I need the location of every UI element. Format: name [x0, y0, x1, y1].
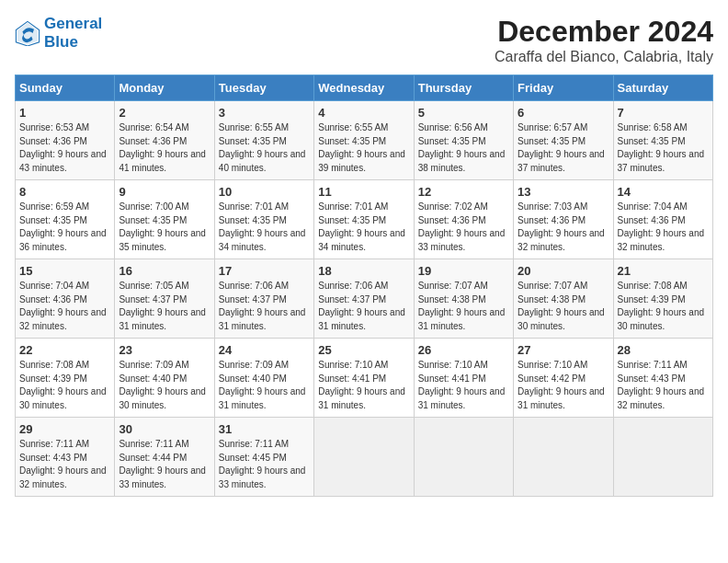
calendar-cell: 13Sunrise: 7:03 AMSunset: 4:36 PMDayligh…	[514, 180, 613, 259]
calendar-subtitle: Caraffa del Bianco, Calabria, Italy	[495, 49, 713, 65]
header: General Blue December 2024 Caraffa del B…	[15, 15, 713, 65]
calendar-cell: 22Sunrise: 7:08 AMSunset: 4:39 PMDayligh…	[16, 339, 115, 418]
day-header-saturday: Saturday	[613, 75, 712, 101]
calendar-cell: 19Sunrise: 7:07 AMSunset: 4:38 PMDayligh…	[414, 259, 513, 339]
calendar-cell	[314, 418, 414, 497]
cell-content: Sunrise: 7:10 AMSunset: 4:41 PMDaylight:…	[418, 359, 509, 412]
cell-content: Sunrise: 7:04 AMSunset: 4:36 PMDaylight:…	[19, 280, 110, 333]
day-header-thursday: Thursday	[414, 75, 513, 101]
calendar-cell: 16Sunrise: 7:05 AMSunset: 4:37 PMDayligh…	[115, 259, 214, 339]
day-number: 4	[318, 106, 409, 120]
cell-content: Sunrise: 6:56 AMSunset: 4:35 PMDaylight:…	[418, 121, 509, 175]
calendar-cell: 24Sunrise: 7:09 AMSunset: 4:40 PMDayligh…	[214, 339, 313, 418]
day-header-tuesday: Tuesday	[214, 75, 313, 101]
cell-content: Sunrise: 6:59 AMSunset: 4:35 PMDaylight:…	[19, 201, 110, 254]
calendar-cell: 25Sunrise: 7:10 AMSunset: 4:41 PMDayligh…	[314, 339, 414, 418]
day-number: 9	[119, 185, 210, 199]
day-header-monday: Monday	[115, 75, 214, 101]
calendar-cell: 23Sunrise: 7:09 AMSunset: 4:40 PMDayligh…	[115, 339, 214, 418]
week-row-3: 15Sunrise: 7:04 AMSunset: 4:36 PMDayligh…	[16, 259, 713, 339]
cell-content: Sunrise: 7:11 AMSunset: 4:45 PMDaylight:…	[219, 438, 310, 491]
calendar-cell: 28Sunrise: 7:11 AMSunset: 4:43 PMDayligh…	[613, 339, 712, 418]
day-number: 26	[418, 343, 509, 357]
day-number: 11	[318, 185, 409, 199]
day-number: 10	[219, 185, 310, 199]
calendar-cell: 10Sunrise: 7:01 AMSunset: 4:35 PMDayligh…	[214, 180, 313, 259]
cell-content: Sunrise: 7:08 AMSunset: 4:39 PMDaylight:…	[618, 280, 709, 333]
day-header-wednesday: Wednesday	[314, 75, 414, 101]
calendar-cell: 21Sunrise: 7:08 AMSunset: 4:39 PMDayligh…	[613, 259, 712, 339]
day-number: 12	[418, 185, 509, 199]
header-row: SundayMondayTuesdayWednesdayThursdayFrid…	[16, 75, 713, 101]
day-number: 2	[119, 106, 210, 120]
cell-content: Sunrise: 7:01 AMSunset: 4:35 PMDaylight:…	[318, 201, 409, 254]
cell-content: Sunrise: 7:02 AMSunset: 4:36 PMDaylight:…	[418, 201, 509, 254]
day-number: 23	[119, 343, 210, 357]
day-number: 16	[119, 264, 210, 278]
cell-content: Sunrise: 7:06 AMSunset: 4:37 PMDaylight:…	[219, 280, 310, 333]
calendar-cell: 29Sunrise: 7:11 AMSunset: 4:43 PMDayligh…	[16, 418, 115, 497]
cell-content: Sunrise: 6:55 AMSunset: 4:35 PMDaylight:…	[318, 121, 409, 175]
calendar-cell	[514, 418, 613, 497]
week-row-5: 29Sunrise: 7:11 AMSunset: 4:43 PMDayligh…	[16, 418, 713, 497]
week-row-2: 8Sunrise: 6:59 AMSunset: 4:35 PMDaylight…	[16, 180, 713, 259]
calendar-cell: 30Sunrise: 7:11 AMSunset: 4:44 PMDayligh…	[115, 418, 214, 497]
day-number: 20	[518, 264, 609, 278]
day-number: 22	[19, 343, 110, 357]
calendar-cell: 9Sunrise: 7:00 AMSunset: 4:35 PMDaylight…	[115, 180, 214, 259]
day-number: 1	[19, 106, 110, 120]
day-number: 27	[518, 343, 609, 357]
logo: General Blue	[15, 15, 102, 51]
cell-content: Sunrise: 6:57 AMSunset: 4:35 PMDaylight:…	[518, 121, 609, 175]
cell-content: Sunrise: 7:09 AMSunset: 4:40 PMDaylight:…	[219, 359, 310, 412]
day-number: 29	[19, 422, 110, 436]
cell-content: Sunrise: 7:05 AMSunset: 4:37 PMDaylight:…	[119, 280, 210, 333]
day-number: 24	[219, 343, 310, 357]
calendar-cell: 1Sunrise: 6:53 AMSunset: 4:36 PMDaylight…	[16, 101, 115, 180]
cell-content: Sunrise: 7:03 AMSunset: 4:36 PMDaylight:…	[518, 201, 609, 254]
calendar-cell: 17Sunrise: 7:06 AMSunset: 4:37 PMDayligh…	[214, 259, 313, 339]
cell-content: Sunrise: 7:11 AMSunset: 4:44 PMDaylight:…	[119, 438, 210, 491]
day-number: 17	[219, 264, 310, 278]
day-number: 18	[318, 264, 409, 278]
calendar-cell: 8Sunrise: 6:59 AMSunset: 4:35 PMDaylight…	[16, 180, 115, 259]
calendar-cell: 11Sunrise: 7:01 AMSunset: 4:35 PMDayligh…	[314, 180, 414, 259]
calendar-cell: 4Sunrise: 6:55 AMSunset: 4:35 PMDaylight…	[314, 101, 414, 180]
day-number: 30	[119, 422, 210, 436]
calendar-cell: 18Sunrise: 7:06 AMSunset: 4:37 PMDayligh…	[314, 259, 414, 339]
day-number: 19	[418, 264, 509, 278]
day-number: 31	[219, 422, 310, 436]
cell-content: Sunrise: 7:10 AMSunset: 4:42 PMDaylight:…	[518, 359, 609, 412]
week-row-1: 1Sunrise: 6:53 AMSunset: 4:36 PMDaylight…	[16, 101, 713, 180]
cell-content: Sunrise: 7:10 AMSunset: 4:41 PMDaylight:…	[318, 359, 409, 412]
cell-content: Sunrise: 7:11 AMSunset: 4:43 PMDaylight:…	[19, 438, 110, 491]
calendar-table: SundayMondayTuesdayWednesdayThursdayFrid…	[15, 75, 713, 497]
calendar-cell: 27Sunrise: 7:10 AMSunset: 4:42 PMDayligh…	[514, 339, 613, 418]
calendar-title: December 2024	[495, 15, 713, 49]
day-number: 8	[19, 185, 110, 199]
cell-content: Sunrise: 7:00 AMSunset: 4:35 PMDaylight:…	[119, 201, 210, 254]
logo-text: General Blue	[44, 15, 102, 51]
cell-content: Sunrise: 6:54 AMSunset: 4:36 PMDaylight:…	[119, 121, 210, 175]
week-row-4: 22Sunrise: 7:08 AMSunset: 4:39 PMDayligh…	[16, 339, 713, 418]
day-number: 7	[618, 106, 709, 120]
calendar-cell	[414, 418, 513, 497]
calendar-cell: 5Sunrise: 6:56 AMSunset: 4:35 PMDaylight…	[414, 101, 513, 180]
cell-content: Sunrise: 7:07 AMSunset: 4:38 PMDaylight:…	[418, 280, 509, 333]
calendar-cell: 20Sunrise: 7:07 AMSunset: 4:38 PMDayligh…	[514, 259, 613, 339]
logo-icon	[15, 20, 40, 46]
cell-content: Sunrise: 6:53 AMSunset: 4:36 PMDaylight:…	[19, 121, 110, 175]
calendar-cell: 26Sunrise: 7:10 AMSunset: 4:41 PMDayligh…	[414, 339, 513, 418]
day-number: 14	[618, 185, 709, 199]
calendar-cell	[613, 418, 712, 497]
cell-content: Sunrise: 7:11 AMSunset: 4:43 PMDaylight:…	[618, 359, 709, 412]
cell-content: Sunrise: 7:09 AMSunset: 4:40 PMDaylight:…	[119, 359, 210, 412]
cell-content: Sunrise: 7:08 AMSunset: 4:39 PMDaylight:…	[19, 359, 110, 412]
day-header-sunday: Sunday	[16, 75, 115, 101]
calendar-cell: 2Sunrise: 6:54 AMSunset: 4:36 PMDaylight…	[115, 101, 214, 180]
calendar-cell: 7Sunrise: 6:58 AMSunset: 4:35 PMDaylight…	[613, 101, 712, 180]
day-number: 21	[618, 264, 709, 278]
calendar-cell: 12Sunrise: 7:02 AMSunset: 4:36 PMDayligh…	[414, 180, 513, 259]
day-header-friday: Friday	[514, 75, 613, 101]
cell-content: Sunrise: 6:58 AMSunset: 4:35 PMDaylight:…	[618, 121, 709, 175]
